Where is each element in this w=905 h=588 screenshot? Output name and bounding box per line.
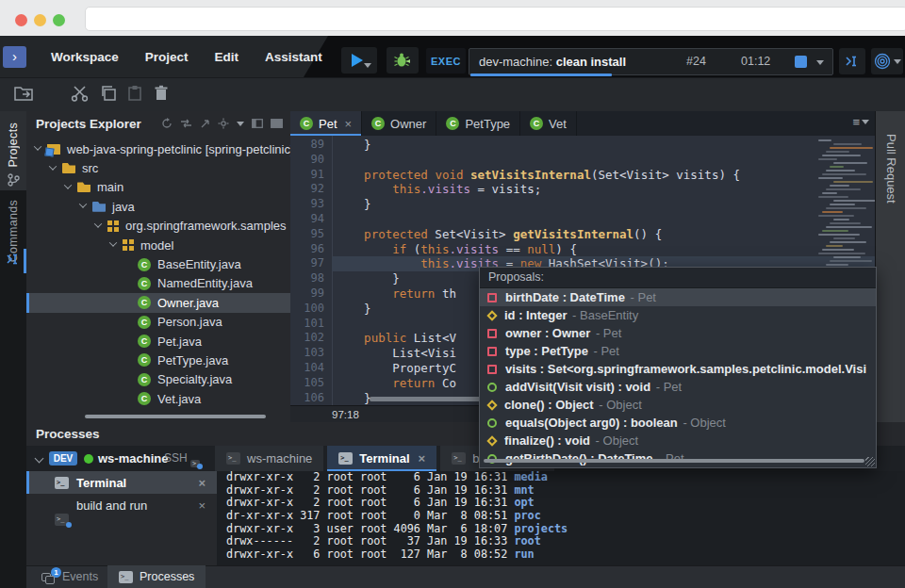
minimap-line xyxy=(830,241,866,243)
ssh-terminal-icon[interactable]: >_ xyxy=(190,460,200,467)
tree-item-main[interactable]: main xyxy=(26,178,290,197)
tree-item-org-springframework-samples[interactable]: org.springframework.samples xyxy=(26,217,290,236)
popup-resize-handle[interactable] xyxy=(865,457,875,466)
tree-item-baseentity-java[interactable]: CBaseEntity.java xyxy=(26,254,290,273)
proposal-item[interactable]: owner : Owner - Pet xyxy=(480,324,876,342)
tab-list-button[interactable]: ≡ xyxy=(852,115,869,129)
tree-item-person-java[interactable]: CPerson.java xyxy=(26,313,290,332)
menu-edit[interactable]: Edit xyxy=(202,50,253,64)
proposal-origin: - Pet xyxy=(627,290,656,304)
refresh-icon[interactable] xyxy=(161,118,173,129)
tree-item-web-java-spring-petclinic-spring-petclinic[interactable]: web-java-spring-petclinic [spring-petcli… xyxy=(26,139,290,158)
minimize-panel-icon[interactable] xyxy=(252,119,263,128)
url-bar[interactable] xyxy=(85,7,905,31)
minimap-line xyxy=(830,185,849,187)
close-icon[interactable]: × xyxy=(198,476,206,490)
package-icon xyxy=(107,220,119,232)
minimap-line xyxy=(826,151,849,153)
close-icon[interactable]: × xyxy=(345,117,353,131)
events-tab[interactable]: 1 Events xyxy=(30,565,109,588)
process-tab-terminal[interactable]: >_Terminal× xyxy=(327,446,436,471)
terminal-icon: >_ xyxy=(226,452,240,465)
popup-hscrollbar[interactable] xyxy=(484,459,864,463)
ssh-label[interactable]: SSH xyxy=(164,446,188,471)
protected-member-icon xyxy=(486,310,497,320)
proposal-item[interactable]: finalize() : void - Object xyxy=(480,432,876,449)
protected-member-icon xyxy=(486,435,497,446)
minimap-line xyxy=(826,188,861,190)
tab-pet[interactable]: CPet× xyxy=(290,111,362,136)
terminal-line: drwxr-xr-x 2 root root 6 Jan 19 16:31 op… xyxy=(217,497,905,510)
link-with-editor-icon[interactable] xyxy=(180,118,192,129)
terminal-connect-button[interactable] xyxy=(839,48,865,74)
menu-workspace[interactable]: Workspace xyxy=(38,50,132,64)
menu-assistant[interactable]: Assistant xyxy=(252,50,336,64)
proposal-item[interactable]: equals(Object arg0) : boolean - Object xyxy=(480,414,876,432)
proposal-item[interactable]: birthDate : DateTime - Pet xyxy=(480,288,876,306)
command-widget[interactable]: dev-machine: clean install #24 01:12 xyxy=(469,48,833,75)
cursor-position: 97:18 xyxy=(332,406,359,423)
target-selector-button[interactable] xyxy=(871,48,903,74)
process-item-terminal[interactable]: >_Terminal× xyxy=(26,471,217,494)
tree-item-label: PetType.java xyxy=(157,353,228,368)
menu-project[interactable]: Project xyxy=(132,50,202,64)
project-tree: web-java-spring-petclinic [spring-petcli… xyxy=(26,139,290,408)
collapse-all-icon[interactable] xyxy=(200,119,210,129)
class-icon: C xyxy=(138,373,151,386)
chevron-down-icon[interactable] xyxy=(816,60,824,65)
process-tab-ws-machine[interactable]: >_ws-machine xyxy=(215,446,323,471)
close-icon[interactable]: × xyxy=(419,451,426,466)
tree-item-owner-java[interactable]: COwner.java xyxy=(26,293,290,312)
proposal-item[interactable]: visits : Set<org.springframework.samples… xyxy=(480,360,876,378)
tree-item-src[interactable]: src xyxy=(26,158,290,177)
minimap-line xyxy=(833,162,867,164)
class-icon: C xyxy=(138,316,151,329)
tab-vet[interactable]: CVet xyxy=(520,111,577,136)
run-button[interactable] xyxy=(341,47,377,74)
process-item-build-and-run[interactable]: >_build and run× xyxy=(26,494,217,516)
proposal-item[interactable]: id : Integer - BaseEntity xyxy=(480,306,876,324)
zoom-window-icon[interactable] xyxy=(53,14,65,26)
public-method-icon xyxy=(487,418,497,428)
pull-request-panel-tab[interactable]: Pull Request xyxy=(875,111,905,471)
commands-terminal-icon[interactable] xyxy=(7,253,20,266)
proposal-item[interactable]: clone() : Object - Object xyxy=(480,396,876,414)
paste-button[interactable] xyxy=(123,83,147,104)
chevron-down-icon[interactable] xyxy=(237,122,244,126)
debug-button[interactable] xyxy=(387,47,419,74)
tab-label: Pet xyxy=(319,117,337,131)
proposal-item[interactable]: addVisit(Visit visit) : void - Pet xyxy=(480,378,876,396)
machine-name[interactable]: ws-machine xyxy=(98,446,168,471)
close-window-icon[interactable] xyxy=(15,14,27,26)
explorer-hscrollbar[interactable] xyxy=(85,415,266,418)
explorer-header: Projects Explorer xyxy=(26,111,290,137)
chevron-down-icon[interactable] xyxy=(35,454,44,464)
code-line-93: } xyxy=(336,197,816,212)
minimap-line xyxy=(826,207,866,209)
tree-item-vet-java[interactable]: CVet.java xyxy=(26,389,290,408)
cut-button[interactable] xyxy=(68,83,92,104)
tree-item-java[interactable]: java xyxy=(26,197,290,216)
tab-owner[interactable]: COwner xyxy=(362,111,436,136)
tree-item-pet-java[interactable]: CPet.java xyxy=(26,332,290,351)
proposal-text: type : PetType xyxy=(505,344,588,358)
new-project-button[interactable] xyxy=(13,83,38,104)
projects-tab-label[interactable]: Projects xyxy=(7,122,20,168)
tree-item-namedentity-java[interactable]: CNamedEntity.java xyxy=(26,274,290,293)
tree-item-model[interactable]: model xyxy=(26,236,290,254)
gear-icon[interactable] xyxy=(218,118,229,129)
tree-item-pettype-java[interactable]: CPetType.java xyxy=(26,351,290,369)
close-icon[interactable]: × xyxy=(198,498,206,513)
stop-button[interactable] xyxy=(795,56,807,68)
copy-button[interactable] xyxy=(96,83,121,104)
terminal-output[interactable]: drwxr-xr-x 2 root root 6 Jan 19 16:31 me… xyxy=(217,471,905,565)
nav-forward-button[interactable]: › xyxy=(3,46,26,68)
processes-tab[interactable]: >_ Processes xyxy=(107,565,206,588)
maximize-panel-icon[interactable] xyxy=(271,119,283,128)
proposal-item[interactable]: type : PetType - Pet xyxy=(480,342,876,360)
tab-pettype[interactable]: CPetType xyxy=(436,111,520,136)
tree-item-specialty-java[interactable]: CSpecialty.java xyxy=(26,370,290,389)
minimize-window-icon[interactable] xyxy=(34,14,46,26)
delete-button[interactable] xyxy=(149,83,173,104)
new-folder-icon xyxy=(14,85,37,102)
